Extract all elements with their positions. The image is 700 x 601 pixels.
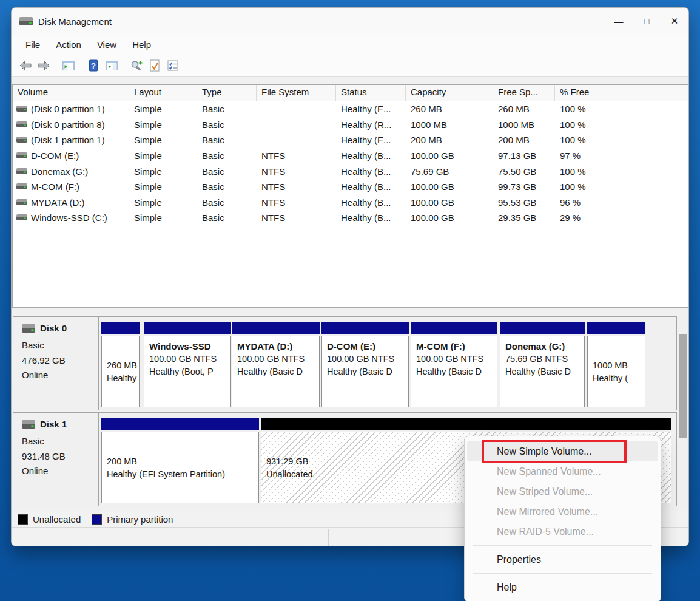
desktop: { "window": { "title": "Disk Management"… xyxy=(0,0,700,601)
partition-block[interactable]: Windows-SSD 100.00 GB NTFS Healthy (Boot… xyxy=(144,322,231,407)
table-row[interactable]: MYDATA (D:) Simple Basic NTFS Healthy (B… xyxy=(13,195,688,211)
close-button[interactable]: ✕ xyxy=(661,8,688,35)
legend-label-primary: Primary partition xyxy=(107,514,173,525)
volume-icon xyxy=(16,137,27,143)
menu-item-new-spanned-volume[interactable]: New Spanned Volume... xyxy=(467,461,658,481)
partition-color-strip xyxy=(232,322,320,334)
column-header-status[interactable]: Status xyxy=(336,85,406,101)
menu-view[interactable]: View xyxy=(89,37,124,52)
volume-table: Volume Layout Type File System Status Ca… xyxy=(12,84,689,308)
partition-block-efi[interactable]: 200 MB Healthy (EFI System Partition) xyxy=(101,418,259,503)
volume-icon xyxy=(16,199,27,206)
column-header-pct-free[interactable]: % Free xyxy=(555,85,636,101)
volume-icon xyxy=(16,152,27,159)
partition-block[interactable]: D-COM (E:) 100.00 GB NTFS Healthy (Basic… xyxy=(321,322,409,407)
table-row[interactable]: M-COM (F:) Simple Basic NTFS Healthy (B.… xyxy=(13,179,688,195)
disk-management-icon xyxy=(19,17,33,25)
column-header-volume[interactable]: Volume xyxy=(13,85,129,101)
magnifier-plus-icon[interactable] xyxy=(127,57,146,74)
volume-list-pane: Volume Layout Type File System Status Ca… xyxy=(12,77,689,308)
column-header-free-space[interactable]: Free Sp... xyxy=(493,85,555,101)
menu-item-properties[interactable]: Properties xyxy=(467,549,658,569)
toolbar-separator xyxy=(81,58,81,73)
volume-icon xyxy=(16,106,27,112)
window-title: Disk Management xyxy=(38,16,112,27)
disk-status: Online xyxy=(22,368,98,383)
partition-block[interactable]: Donemax (G:) 75.69 GB NTFS Healthy (Basi… xyxy=(500,322,585,407)
partition-block[interactable]: 260 MB Healthy ( xyxy=(101,322,140,407)
volume-name: D-COM (E:) xyxy=(31,151,79,161)
back-icon[interactable] xyxy=(16,57,35,74)
volume-name: MYDATA (D:) xyxy=(31,197,85,208)
menu-item-help[interactable]: Help xyxy=(467,577,658,597)
disk-type: Basic xyxy=(22,434,98,449)
menu-file[interactable]: File xyxy=(18,37,48,52)
volume-icon xyxy=(16,121,27,128)
toolbar-separator xyxy=(124,58,124,73)
disk-size: 476.92 GB xyxy=(22,353,98,368)
maximize-button[interactable]: □ xyxy=(633,8,661,35)
column-header-file-system[interactable]: File System xyxy=(257,85,336,101)
menu-item-new-mirrored-volume[interactable]: New Mirrored Volume... xyxy=(467,501,658,521)
table-row[interactable]: (Disk 1 partition 1) Simple Basic Health… xyxy=(13,132,688,148)
table-row[interactable]: Donemax (G:) Simple Basic NTFS Healthy (… xyxy=(13,163,688,179)
menu-item-new-raid5-volume[interactable]: New RAID-5 Volume... xyxy=(467,521,658,542)
document-check-icon[interactable] xyxy=(146,57,164,74)
disk0-label-panel[interactable]: Disk 0 Basic 476.92 GB Online xyxy=(13,317,99,410)
partition-color-strip xyxy=(500,322,585,334)
partition-color-strip xyxy=(321,322,409,334)
volume-name: (Disk 1 partition 1) xyxy=(31,135,105,145)
svg-text:?: ? xyxy=(91,61,96,70)
scrollbar-thumb[interactable] xyxy=(679,334,687,438)
volume-name: M-COM (F:) xyxy=(31,182,79,192)
toolbar: ? xyxy=(12,55,688,77)
titlebar: Disk Management — □ ✕ xyxy=(12,8,688,35)
forward-icon[interactable] xyxy=(35,57,53,74)
minimize-button[interactable]: — xyxy=(605,8,633,35)
menu-separator xyxy=(473,573,652,574)
disk0-row: Disk 0 Basic 476.92 GB Online 260 MB Hea… xyxy=(13,316,677,410)
disk-name: Disk 1 xyxy=(40,419,67,429)
vertical-scrollbar[interactable] xyxy=(679,322,687,504)
toolbar-separator xyxy=(56,58,56,73)
column-header-layout[interactable]: Layout xyxy=(129,85,197,101)
volume-name: (Disk 0 partition 8) xyxy=(31,120,105,130)
table-row[interactable]: D-COM (E:) Simple Basic NTFS Healthy (B.… xyxy=(13,148,688,164)
volume-name: Donemax (G:) xyxy=(31,166,88,177)
column-header-capacity[interactable]: Capacity xyxy=(406,85,493,101)
unallocated-swatch xyxy=(18,514,28,525)
checklist-icon[interactable] xyxy=(164,57,182,74)
action-pane-icon[interactable] xyxy=(103,57,121,74)
menu-bar: File Action View Help xyxy=(12,35,688,55)
table-row[interactable]: (Disk 0 partition 8) Simple Basic Health… xyxy=(13,117,688,133)
console-tree-icon[interactable] xyxy=(59,57,78,74)
help-icon[interactable]: ? xyxy=(84,57,103,74)
disk-type: Basic xyxy=(22,338,98,353)
menu-separator xyxy=(473,545,652,546)
column-header-filler xyxy=(636,85,688,101)
volume-table-header: Volume Layout Type File System Status Ca… xyxy=(13,85,688,101)
partition-color-strip xyxy=(411,322,497,334)
partition-block[interactable]: M-COM (F:) 100.00 GB NTFS Healthy (Basic… xyxy=(411,322,497,407)
disk-name: Disk 0 xyxy=(40,323,67,333)
partition-color-strip xyxy=(587,322,645,334)
disk-status: Online xyxy=(22,464,98,479)
table-row[interactable]: Windows-SSD (C:) Simple Basic NTFS Healt… xyxy=(13,210,688,226)
partition-color-strip xyxy=(101,322,140,334)
disk1-label-panel[interactable]: Disk 1 Basic 931.48 GB Online xyxy=(13,413,99,506)
menu-action[interactable]: Action xyxy=(48,37,89,52)
menu-help[interactable]: Help xyxy=(124,37,159,52)
volume-name: Windows-SSD (C:) xyxy=(31,212,107,223)
primary-partition-swatch xyxy=(92,514,102,525)
disk-icon xyxy=(22,420,35,429)
partition-block[interactable]: 1000 MB Healthy ( xyxy=(587,322,645,407)
menu-item-new-striped-volume[interactable]: New Striped Volume... xyxy=(467,481,658,501)
partition-color-strip xyxy=(101,418,259,430)
volume-icon xyxy=(16,183,27,190)
annotation-red-box xyxy=(482,440,627,463)
unallocated-color-strip xyxy=(261,418,671,430)
column-header-type[interactable]: Type xyxy=(197,85,257,101)
partition-block[interactable]: MYDATA (D:) 100.00 GB NTFS Healthy (Basi… xyxy=(232,322,320,407)
disk-icon xyxy=(22,324,35,333)
table-row[interactable]: (Disk 0 partition 1) Simple Basic Health… xyxy=(13,101,688,117)
